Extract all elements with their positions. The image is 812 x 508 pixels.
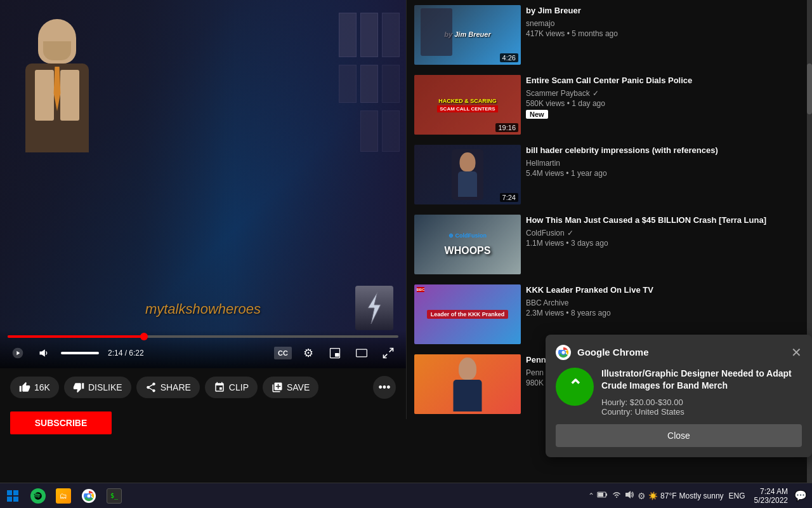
video-meta: 580K views • 1 day ago: [526, 99, 804, 108]
notification-header: Google Chrome ✕: [556, 345, 802, 360]
start-button[interactable]: [0, 483, 25, 509]
video-player[interactable]: mytalkshowheroes: [0, 0, 406, 368]
svg-rect-12: [7, 490, 12, 495]
video-watermark: mytalkshowheroes: [145, 301, 261, 318]
taskbar-app-terminal[interactable]: $_: [102, 483, 127, 509]
taskbar-app-chrome[interactable]: [76, 483, 102, 509]
dislike-button[interactable]: DISLIKE: [64, 377, 131, 398]
chrome-icon: [556, 345, 571, 360]
upwork-u-letter: ⌃: [568, 376, 582, 397]
share-label: SHARE: [160, 382, 191, 392]
people-icon: ⚙: [638, 491, 646, 501]
sidebar-item[interactable]: ⊕ ColdFusion WHOOPS How This Man Just Ca…: [407, 210, 812, 279]
video-title: KKK Leader Pranked On Live TV: [526, 284, 804, 296]
dislike-label: DISLIKE: [88, 382, 122, 392]
terminal-icon: $_: [107, 488, 122, 504]
settings-button[interactable]: ⚙: [298, 343, 318, 363]
svg-marker-0: [368, 292, 381, 324]
video-thumbnail: 7:24: [414, 145, 521, 204]
svg-line-7: [390, 349, 393, 352]
video-progress-bar[interactable]: [8, 335, 398, 338]
svg-marker-3: [40, 349, 45, 357]
save-label: SAVE: [287, 382, 310, 392]
svg-point-11: [562, 351, 565, 354]
weather-display: ☀️ 87°F Mostly sunny: [648, 491, 724, 500]
video-background: mytalkshowheroes: [0, 0, 406, 368]
channel-name: snemajo: [526, 19, 804, 28]
svg-point-18: [88, 494, 91, 497]
system-tray: ⌃ ⚙: [583, 487, 812, 505]
sidebar-item[interactable]: by Jim Breuer 4:26 by Jim Breuer snemajo…: [407, 0, 812, 70]
main-container: mytalkshowheroes: [0, 0, 812, 483]
svg-marker-22: [625, 491, 631, 498]
verified-icon: ✓: [567, 229, 573, 237]
video-thumbnail: ⊕ ColdFusion WHOOPS: [414, 215, 521, 274]
battery-icon: [597, 490, 608, 501]
channel-name: Hellmartin: [526, 159, 804, 168]
notification-close-x-button[interactable]: ✕: [791, 345, 802, 360]
miniplayer-button[interactable]: [325, 343, 345, 363]
channel-name: BBC Archive: [526, 298, 804, 307]
notification-source: Google Chrome: [577, 347, 785, 358]
video-thumbnail: Leader of the KKK Pranked BBC: [414, 284, 521, 344]
time: 7:24 AM: [754, 487, 788, 496]
taskbar: 🗂 $_ ⌃: [0, 483, 812, 508]
file-manager-icon: 🗂: [56, 488, 71, 504]
video-thumbnail: by Jim Breuer 4:26: [414, 5, 521, 65]
clock[interactable]: 7:24 AM 5/23/2022: [750, 487, 792, 505]
notification-close-button[interactable]: Close: [556, 424, 802, 447]
share-button[interactable]: SHARE: [136, 377, 200, 398]
volume-button[interactable]: [34, 343, 55, 363]
video-meta: 5.4M views • 1 year ago: [526, 169, 804, 178]
save-button[interactable]: SAVE: [263, 377, 318, 398]
show-hidden-icons[interactable]: ⌃: [588, 491, 594, 500]
spotify-icon: [30, 488, 46, 504]
video-info: by Jim Breuer snemajo 417K views • 5 mon…: [526, 5, 804, 65]
taskbar-app-spotify[interactable]: [25, 483, 51, 509]
notification-hourly: Hourly: $20.00-$30.00: [601, 398, 802, 407]
notification-content: Illustrator/Graphic Designer Needed to A…: [601, 368, 802, 417]
language-indicator[interactable]: ENG: [726, 491, 748, 500]
video-title: How This Man Just Caused a $45 BILLION C…: [526, 215, 804, 226]
svg-rect-21: [606, 493, 607, 496]
video-info: bill hader celebrity impressions (with r…: [526, 145, 804, 204]
play-button[interactable]: [8, 343, 28, 363]
fullscreen-button[interactable]: [378, 343, 398, 363]
svg-rect-15: [13, 497, 18, 502]
notification-job-title: Illustrator/Graphic Designer Needed to A…: [601, 368, 802, 392]
volume-slider[interactable]: [61, 352, 99, 354]
sidebar-item[interactable]: HACKED & SCARING SCAM CALL CENTERS 19:16…: [407, 70, 812, 140]
chrome-taskbar-icon: [81, 488, 96, 504]
clip-label: CLIP: [229, 382, 249, 392]
temperature: 87°F: [660, 491, 676, 500]
verified-icon: ✓: [593, 89, 599, 98]
svg-rect-14: [7, 497, 12, 502]
video-title: Entire Scam Call Center Panic Dials Poli…: [526, 75, 804, 86]
taskbar-app-filemanager[interactable]: 🗂: [51, 483, 76, 509]
subscribe-button[interactable]: SUBSCRIBE: [10, 411, 112, 434]
theater-button[interactable]: [351, 343, 372, 363]
weather-icon: ☀️: [648, 491, 658, 500]
clip-button[interactable]: CLIP: [205, 377, 258, 398]
notification-body: ⌃ Illustrator/Graphic Designer Needed to…: [556, 368, 802, 417]
video-meta: 1.1M views • 3 days ago: [526, 239, 804, 248]
new-badge: New: [526, 110, 548, 119]
more-options-button[interactable]: •••: [373, 376, 396, 399]
video-info: How This Man Just Caused a $45 BILLION C…: [526, 215, 804, 274]
video-meta: 417K views • 5 months ago: [526, 29, 804, 38]
like-button[interactable]: 16K: [10, 377, 59, 398]
date: 5/23/2022: [754, 496, 788, 505]
video-thumbnail-corner: [355, 286, 393, 330]
notification-country: Country: United States: [601, 407, 802, 417]
scroll-thumb[interactable]: [807, 64, 812, 114]
like-count: 16K: [34, 382, 50, 392]
cc-button[interactable]: CC: [274, 347, 292, 359]
video-thumbnail: HACKED & SCARING SCAM CALL CENTERS 19:16: [414, 75, 521, 135]
video-title: bill hader celebrity impressions (with r…: [526, 145, 804, 156]
video-info: Entire Scam Call Center Panic Dials Poli…: [526, 75, 804, 135]
upwork-logo: ⌃: [556, 368, 594, 406]
time-display: 2:14 / 6:22: [108, 349, 144, 358]
chat-icon[interactable]: 💬: [794, 490, 807, 502]
video-title: by Jim Breuer: [526, 5, 804, 17]
sidebar-item[interactable]: 7:24 bill hader celebrity impressions (w…: [407, 140, 812, 210]
